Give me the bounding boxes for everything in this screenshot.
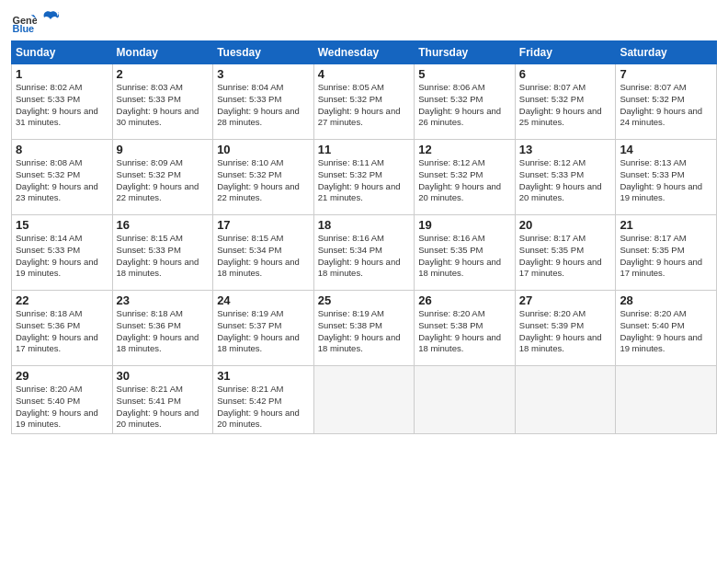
day-number: 25 (318, 293, 411, 307)
day-cell-18: 18 Sunrise: 8:16 AMSunset: 5:34 PMDaylig… (313, 215, 415, 291)
day-cell-20: 20 Sunrise: 8:17 AMSunset: 5:35 PMDaylig… (515, 215, 616, 291)
header-thursday: Thursday (415, 41, 516, 64)
day-cell-28: 28 Sunrise: 8:20 AMSunset: 5:40 PMDaylig… (616, 291, 717, 366)
day-number: 4 (318, 67, 411, 81)
day-cell-12: 12 Sunrise: 8:12 AMSunset: 5:32 PMDaylig… (415, 140, 516, 215)
day-cell-19: 19 Sunrise: 8:16 AMSunset: 5:35 PMDaylig… (415, 215, 516, 291)
day-cell-13: 13 Sunrise: 8:12 AMSunset: 5:33 PMDaylig… (515, 140, 616, 215)
day-info: Sunrise: 8:11 AMSunset: 5:32 PMDaylight:… (318, 157, 401, 202)
day-cell-22: 22 Sunrise: 8:18 AMSunset: 5:36 PMDaylig… (12, 291, 113, 366)
day-cell-1: 1 Sunrise: 8:02 AMSunset: 5:33 PMDayligh… (12, 64, 113, 140)
header-tuesday: Tuesday (213, 41, 314, 64)
day-number: 26 (418, 293, 511, 307)
header-friday: Friday (515, 41, 616, 64)
day-number: 2 (117, 67, 210, 81)
day-info: Sunrise: 8:18 AMSunset: 5:36 PMDaylight:… (16, 308, 98, 353)
day-number: 18 (318, 218, 411, 232)
day-number: 28 (620, 293, 712, 307)
day-info: Sunrise: 8:21 AMSunset: 5:42 PMDaylight:… (217, 384, 300, 429)
calendar-week-row: 1 Sunrise: 8:02 AMSunset: 5:33 PMDayligh… (12, 64, 717, 140)
day-info: Sunrise: 8:20 AMSunset: 5:39 PMDaylight:… (519, 308, 602, 353)
day-info: Sunrise: 8:16 AMSunset: 5:35 PMDaylight:… (418, 233, 501, 278)
day-cell-30: 30 Sunrise: 8:21 AMSunset: 5:41 PMDaylig… (112, 366, 213, 434)
day-info: Sunrise: 8:13 AMSunset: 5:33 PMDaylight:… (620, 157, 702, 202)
day-number: 13 (519, 143, 612, 156)
day-number: 23 (117, 293, 210, 307)
day-info: Sunrise: 8:07 AMSunset: 5:32 PMDaylight:… (519, 82, 602, 127)
day-info: Sunrise: 8:20 AMSunset: 5:40 PMDaylight:… (16, 384, 98, 429)
day-info: Sunrise: 8:06 AMSunset: 5:32 PMDaylight:… (418, 82, 501, 127)
day-number: 19 (418, 218, 511, 232)
day-cell-7: 7 Sunrise: 8:07 AMSunset: 5:32 PMDayligh… (616, 64, 717, 140)
day-cell-11: 11 Sunrise: 8:11 AMSunset: 5:32 PMDaylig… (313, 140, 415, 215)
day-cell-8: 8 Sunrise: 8:08 AMSunset: 5:32 PMDayligh… (12, 140, 113, 215)
day-cell-3: 3 Sunrise: 8:04 AMSunset: 5:33 PMDayligh… (213, 64, 314, 140)
header-saturday: Saturday (616, 41, 717, 64)
day-cell-9: 9 Sunrise: 8:09 AMSunset: 5:32 PMDayligh… (112, 140, 213, 215)
day-cell-6: 6 Sunrise: 8:07 AMSunset: 5:32 PMDayligh… (515, 64, 616, 140)
empty-day-cell (616, 366, 717, 434)
day-cell-23: 23 Sunrise: 8:18 AMSunset: 5:36 PMDaylig… (112, 291, 213, 366)
day-number: 10 (217, 143, 310, 156)
day-info: Sunrise: 8:08 AMSunset: 5:32 PMDaylight:… (16, 157, 98, 202)
day-number: 24 (217, 293, 310, 307)
day-number: 20 (519, 218, 612, 232)
day-number: 15 (16, 218, 108, 232)
day-cell-15: 15 Sunrise: 8:14 AMSunset: 5:33 PMDaylig… (12, 215, 113, 291)
logo: General Blue (11, 9, 59, 35)
day-info: Sunrise: 8:04 AMSunset: 5:33 PMDaylight:… (217, 82, 300, 127)
day-cell-17: 17 Sunrise: 8:15 AMSunset: 5:34 PMDaylig… (213, 215, 314, 291)
header-monday: Monday (112, 41, 213, 64)
day-cell-27: 27 Sunrise: 8:20 AMSunset: 5:39 PMDaylig… (515, 291, 616, 366)
logo-icon: General Blue (11, 9, 37, 35)
empty-day-cell (515, 366, 616, 434)
day-info: Sunrise: 8:07 AMSunset: 5:32 PMDaylight:… (620, 82, 702, 127)
day-number: 7 (620, 67, 712, 81)
header: General Blue (11, 9, 717, 35)
day-number: 31 (217, 369, 310, 383)
day-number: 17 (217, 218, 310, 232)
logo-bird-icon (42, 10, 59, 30)
day-info: Sunrise: 8:16 AMSunset: 5:34 PMDaylight:… (318, 233, 401, 278)
day-info: Sunrise: 8:14 AMSunset: 5:33 PMDaylight:… (16, 233, 98, 278)
day-info: Sunrise: 8:19 AMSunset: 5:37 PMDaylight:… (217, 308, 300, 353)
day-number: 6 (519, 67, 612, 81)
day-info: Sunrise: 8:18 AMSunset: 5:36 PMDaylight:… (117, 308, 199, 353)
calendar-week-row: 8 Sunrise: 8:08 AMSunset: 5:32 PMDayligh… (12, 140, 717, 215)
day-info: Sunrise: 8:12 AMSunset: 5:32 PMDaylight:… (418, 157, 501, 202)
day-info: Sunrise: 8:09 AMSunset: 5:32 PMDaylight:… (117, 157, 199, 202)
day-info: Sunrise: 8:15 AMSunset: 5:33 PMDaylight:… (117, 233, 199, 278)
day-info: Sunrise: 8:10 AMSunset: 5:32 PMDaylight:… (217, 157, 300, 202)
day-number: 21 (620, 218, 712, 232)
day-info: Sunrise: 8:17 AMSunset: 5:35 PMDaylight:… (620, 233, 702, 278)
day-number: 8 (16, 143, 108, 156)
day-number: 3 (217, 67, 310, 81)
day-info: Sunrise: 8:15 AMSunset: 5:34 PMDaylight:… (217, 233, 300, 278)
day-number: 11 (318, 143, 411, 156)
day-cell-21: 21 Sunrise: 8:17 AMSunset: 5:35 PMDaylig… (616, 215, 717, 291)
empty-day-cell (415, 366, 516, 434)
svg-text:Blue: Blue (13, 23, 35, 34)
empty-day-cell (313, 366, 415, 434)
day-cell-5: 5 Sunrise: 8:06 AMSunset: 5:32 PMDayligh… (415, 64, 516, 140)
day-number: 9 (117, 143, 210, 156)
day-number: 22 (16, 293, 108, 307)
page-container: General Blue SundayMondayTuesdayWednesda… (0, 0, 728, 442)
day-number: 14 (620, 143, 712, 156)
day-number: 16 (117, 218, 210, 232)
header-wednesday: Wednesday (313, 41, 415, 64)
day-number: 12 (418, 143, 511, 156)
day-cell-14: 14 Sunrise: 8:13 AMSunset: 5:33 PMDaylig… (616, 140, 717, 215)
day-number: 1 (16, 67, 108, 81)
calendar-header-row: SundayMondayTuesdayWednesdayThursdayFrid… (12, 41, 717, 64)
calendar-table: SundayMondayTuesdayWednesdayThursdayFrid… (11, 40, 717, 434)
header-sunday: Sunday (12, 41, 113, 64)
day-info: Sunrise: 8:02 AMSunset: 5:33 PMDaylight:… (16, 82, 98, 127)
calendar-week-row: 22 Sunrise: 8:18 AMSunset: 5:36 PMDaylig… (12, 291, 717, 366)
day-cell-29: 29 Sunrise: 8:20 AMSunset: 5:40 PMDaylig… (12, 366, 113, 434)
day-number: 29 (16, 369, 108, 383)
day-cell-16: 16 Sunrise: 8:15 AMSunset: 5:33 PMDaylig… (112, 215, 213, 291)
day-cell-26: 26 Sunrise: 8:20 AMSunset: 5:38 PMDaylig… (415, 291, 516, 366)
day-cell-25: 25 Sunrise: 8:19 AMSunset: 5:38 PMDaylig… (313, 291, 415, 366)
day-cell-2: 2 Sunrise: 8:03 AMSunset: 5:33 PMDayligh… (112, 64, 213, 140)
